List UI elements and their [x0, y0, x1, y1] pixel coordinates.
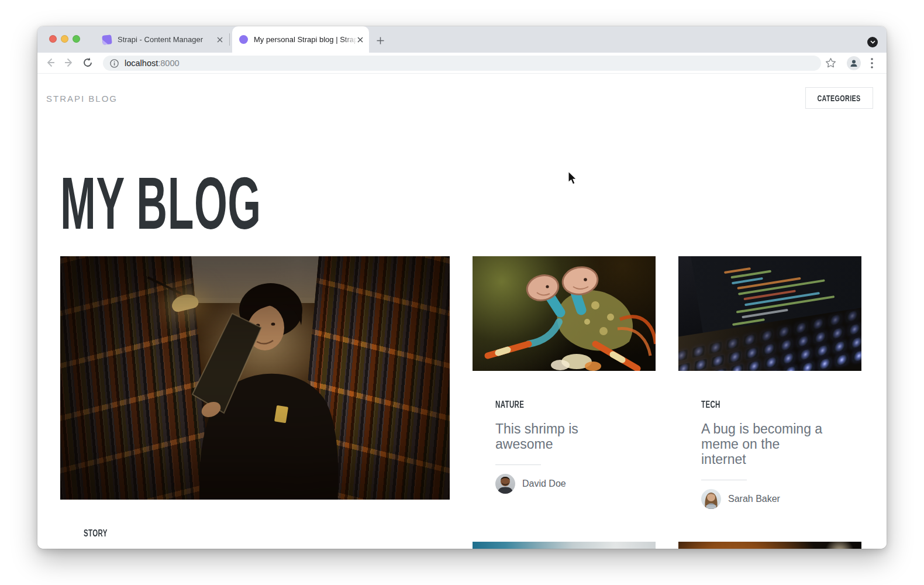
keyboard-key: [763, 343, 775, 355]
keyboard-key: [678, 363, 690, 371]
keyboard-key: [678, 349, 688, 362]
keyboard-key: [713, 368, 726, 371]
back-icon[interactable]: [44, 57, 56, 68]
vignette: [60, 256, 450, 500]
keyboard-key: [853, 350, 861, 362]
close-tab-icon[interactable]: [217, 37, 223, 43]
post-title[interactable]: This shrimp is awesome: [495, 421, 620, 452]
keyboard-key: [726, 338, 739, 350]
author-name: David Doe: [522, 479, 566, 489]
keyboard-key: [816, 345, 829, 357]
author-avatar: [495, 474, 515, 494]
post-card-nature[interactable]: NATURE This shrimp is awesome David Doe: [473, 256, 656, 494]
close-window-button[interactable]: [49, 35, 57, 43]
url-host: localhost: [125, 58, 158, 68]
chevron-down-icon: [870, 40, 875, 44]
keyboard-key: [795, 322, 808, 334]
post-category: STORY: [84, 528, 450, 539]
post-author: David Doe: [495, 474, 656, 494]
tab-my-blog[interactable]: My personal Strapi blog | Strap: [232, 26, 369, 53]
post-card-tech[interactable]: TECH A bug is becoming a meme on the int…: [678, 256, 861, 509]
categories-button[interactable]: CATEGORIES: [805, 87, 873, 109]
categories-button-label: CATEGORIES: [818, 93, 861, 103]
post-category: NATURE: [495, 400, 656, 410]
tab-strapi-content-manager[interactable]: Strapi - Content Manager: [95, 26, 229, 53]
post-author: Sarah Baker: [701, 489, 861, 509]
keyboard-key: [846, 310, 859, 322]
minimize-window-button[interactable]: [61, 35, 68, 43]
blog-favicon-icon: [239, 35, 248, 44]
strapi-favicon-icon: [102, 35, 112, 45]
tab-search-button[interactable]: [867, 37, 878, 47]
keyboard-key: [694, 359, 707, 371]
next-post-image-partial[interactable]: [473, 542, 656, 549]
close-tab-icon[interactable]: [357, 37, 363, 43]
keyboard-key: [833, 340, 846, 353]
library-photo: [60, 256, 450, 500]
author-name: Sarah Baker: [728, 494, 780, 504]
url-port: :8000: [158, 58, 179, 68]
keyboard-key: [748, 360, 761, 371]
keyboard-key: [778, 326, 791, 338]
keyboard-key: [692, 345, 705, 357]
keyboard-key: [730, 364, 743, 371]
keyboard-key: [831, 327, 844, 339]
keyboard-key: [782, 352, 795, 364]
keyboard-key: [812, 318, 825, 330]
mouse-cursor: [568, 171, 578, 185]
keyboard-key: [797, 335, 810, 347]
keyboard-key: [780, 339, 792, 351]
zoom-window-button[interactable]: [73, 35, 80, 43]
keyboard-key: [709, 342, 722, 354]
tab-separator: [229, 33, 230, 46]
laptop-code-photo: [678, 256, 861, 371]
keyboard-key: [818, 357, 831, 370]
url-text: localhost:8000: [125, 58, 180, 68]
browser-window: Strapi - Content Manager My personal Str…: [37, 26, 887, 549]
keyboard-key: [743, 333, 756, 346]
keyboard-key: [746, 347, 758, 359]
keyboard-key: [850, 336, 861, 349]
browser-toolbar: localhost:8000: [37, 53, 887, 74]
plus-icon: [377, 37, 384, 44]
shrimp-illustration: [473, 256, 656, 371]
keyboard-key: [801, 362, 814, 371]
menu-dots-icon[interactable]: [870, 57, 874, 69]
site-info-icon[interactable]: [110, 59, 119, 68]
keyboard-key: [829, 314, 842, 326]
keyboard-key: [765, 356, 778, 369]
blog-page: STRAPI BLOG CATEGORIES MY BLOG: [37, 74, 887, 549]
forward-icon[interactable]: [63, 57, 75, 68]
keyboard-key: [814, 331, 827, 343]
author-avatar: [701, 489, 721, 509]
tab-title: My personal Strapi blog | Strap: [254, 35, 357, 44]
divider: [495, 464, 541, 465]
keyboard-key: [711, 355, 724, 367]
reload-icon[interactable]: [82, 57, 94, 68]
keyboard-key: [767, 370, 780, 371]
keyboard-key: [835, 354, 848, 366]
url-bar[interactable]: localhost:8000: [103, 56, 821, 71]
tab-title: Strapi - Content Manager: [118, 35, 217, 44]
keyboard-key: [799, 348, 812, 360]
keyboard-key: [760, 329, 773, 342]
keyboard-key: [784, 366, 797, 371]
window-controls: [49, 35, 80, 43]
code-line: [724, 267, 751, 274]
post-card-story[interactable]: STORY: [60, 256, 450, 539]
person-icon: [850, 59, 858, 67]
next-post-image-partial[interactable]: [678, 542, 861, 549]
tab-strip: Strapi - Content Manager My personal Str…: [37, 26, 887, 53]
keyboard-key: [729, 351, 742, 363]
page-title: MY BLOG: [60, 174, 407, 252]
post-title[interactable]: A bug is becoming a meme on the internet: [701, 421, 826, 467]
keyboard-key: [848, 323, 861, 335]
profile-avatar-button[interactable]: [847, 56, 861, 70]
site-name-link[interactable]: STRAPI BLOG: [46, 94, 118, 104]
post-category: TECH: [701, 400, 861, 410]
divider: [701, 480, 747, 480]
mantis-shrimp-photo: [473, 256, 656, 371]
bookmark-star-icon[interactable]: [825, 57, 836, 68]
new-tab-button[interactable]: [377, 37, 384, 44]
